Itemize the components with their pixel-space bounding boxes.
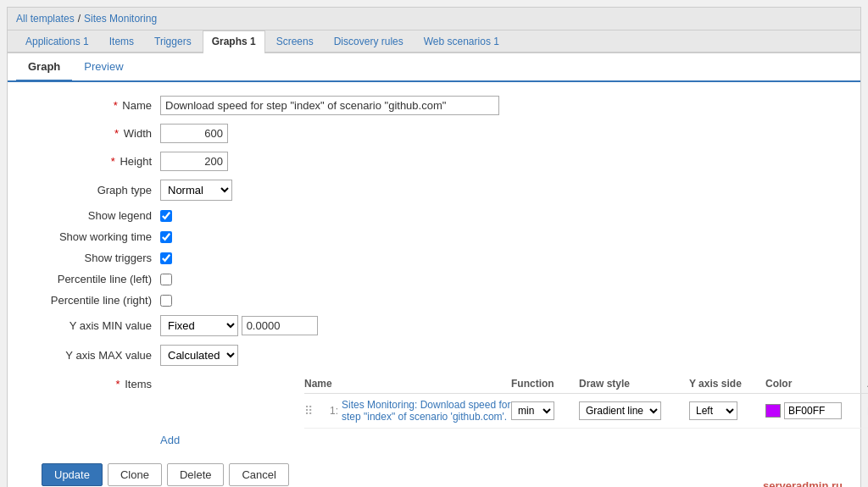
- y-axis-side-select[interactable]: Left Right: [689, 401, 737, 420]
- breadcrumb-sites-monitoring[interactable]: Sites Monitoring: [84, 13, 157, 25]
- item-color: [765, 402, 867, 419]
- top-nav-tab-applications[interactable]: Applications 1: [16, 30, 98, 52]
- breadcrumb-all-templates[interactable]: All templates: [16, 13, 75, 25]
- top-nav-tab-web-scenarios[interactable]: Web scenarios 1: [415, 30, 509, 52]
- items-content: Name Function Draw style Y axis side Col…: [160, 374, 868, 446]
- breadcrumb-separator: /: [78, 13, 81, 25]
- y-axis-max-type-select[interactable]: Calculated Fixed Item: [160, 345, 238, 366]
- width-label: * Width: [25, 127, 160, 140]
- percentile-left-label: Percentile line (left): [25, 273, 160, 285]
- form-row-width: * Width: [25, 124, 843, 143]
- row-number: 1:: [318, 405, 338, 417]
- main-card: All templates / Sites Monitoring Applica…: [7, 7, 861, 487]
- show-working-time-label: Show working time: [25, 230, 160, 243]
- y-axis-min-value-input[interactable]: [242, 316, 318, 335]
- show-legend-label: Show legend: [25, 209, 160, 222]
- form-content: * Name * Width * Height: [8, 82, 860, 487]
- form-row-y-axis-max: Y axis MAX value Calculated Fixed Item: [25, 345, 843, 366]
- items-label: * Items: [25, 374, 160, 390]
- add-item-link[interactable]: Add: [160, 434, 868, 446]
- function-select[interactable]: min avg max all last: [511, 401, 554, 420]
- percentile-right-label: Percentile line (right): [25, 294, 160, 307]
- item-y-axis-side: Left Right: [689, 401, 765, 420]
- height-label: * Height: [25, 155, 160, 168]
- name-label: * Name: [25, 99, 160, 112]
- form-row-name: * Name: [25, 96, 843, 115]
- form-row-percentile-right: Percentile line (right): [25, 294, 843, 307]
- y-axis-min-type-select[interactable]: Calculated Fixed Item: [160, 315, 238, 336]
- page-wrapper: All templates / Sites Monitoring Applica…: [0, 0, 868, 487]
- graph-type-label: Graph type: [25, 184, 160, 196]
- top-nav-tab-discovery-rules[interactable]: Discovery rules: [325, 30, 413, 52]
- items-table-header: Name Function Draw style Y axis side Col…: [304, 374, 868, 394]
- y-axis-min-label: Y axis MIN value: [25, 319, 160, 332]
- item-name: Sites Monitoring: Download speed for ste…: [342, 399, 511, 423]
- form-row-graph-type: Graph type Normal Stacked Pie Exploded: [25, 180, 843, 201]
- height-input[interactable]: [160, 152, 228, 171]
- top-nav-tab-triggers[interactable]: Triggers: [145, 30, 201, 52]
- top-nav: Applications 1 Items Triggers Graphs 1 S…: [8, 30, 860, 53]
- graph-type-select[interactable]: Normal Stacked Pie Exploded: [160, 180, 232, 201]
- form-row-show-working-time: Show working time: [25, 230, 843, 243]
- col-header-color: Color: [765, 378, 867, 390]
- drag-handle-icon[interactable]: ⠿: [304, 404, 313, 418]
- table-row: ⠿ 1: Sites Monitoring: Download speed fo…: [304, 394, 868, 429]
- color-value-input[interactable]: [784, 402, 842, 419]
- draw-style-select[interactable]: Line Filled region Bold line Dot Dashed …: [579, 401, 661, 420]
- breadcrumb-bar: All templates / Sites Monitoring: [8, 8, 860, 30]
- form-row-height: * Height: [25, 152, 843, 171]
- top-nav-tab-graphs[interactable]: Graphs 1: [203, 30, 265, 53]
- form-row-items: * Items Name Function Draw style Y axis …: [25, 374, 843, 446]
- show-triggers-label: Show triggers: [25, 252, 160, 264]
- top-nav-tab-screens[interactable]: Screens: [267, 30, 323, 52]
- clone-button[interactable]: Clone: [108, 463, 162, 486]
- tab-bar: Graph Preview: [8, 53, 860, 82]
- btn-row: Update Clone Delete Cancel: [42, 463, 843, 486]
- delete-button[interactable]: Delete: [167, 463, 225, 486]
- show-working-time-checkbox[interactable]: [160, 231, 172, 243]
- col-header-function: Function: [511, 378, 579, 390]
- col-header-y-axis-side: Y axis side: [689, 378, 765, 390]
- tab-preview[interactable]: Preview: [72, 53, 135, 82]
- show-triggers-checkbox[interactable]: [160, 252, 172, 264]
- tab-graph[interactable]: Graph: [16, 53, 72, 82]
- item-function: min avg max all last: [511, 401, 579, 420]
- percentile-right-checkbox[interactable]: [160, 295, 172, 307]
- col-header-name: Name: [304, 378, 511, 390]
- top-nav-tab-items[interactable]: Items: [100, 30, 143, 52]
- cancel-button[interactable]: Cancel: [229, 463, 288, 486]
- width-input[interactable]: [160, 124, 228, 143]
- update-button[interactable]: Update: [42, 463, 103, 486]
- color-swatch[interactable]: [765, 404, 781, 418]
- item-draw-style: Line Filled region Bold line Dot Dashed …: [579, 401, 689, 420]
- col-header-draw-style: Draw style: [579, 378, 689, 390]
- name-input[interactable]: [160, 96, 499, 115]
- item-name-link[interactable]: Sites Monitoring: Download speed for ste…: [342, 399, 510, 423]
- form-row-y-axis-min: Y axis MIN value Calculated Fixed Item: [25, 315, 843, 336]
- form-row-show-triggers: Show triggers: [25, 252, 843, 264]
- required-star: *: [114, 99, 118, 112]
- percentile-left-checkbox[interactable]: [160, 274, 172, 285]
- show-legend-checkbox[interactable]: [160, 210, 172, 222]
- form-row-percentile-left: Percentile line (left): [25, 273, 843, 285]
- y-axis-max-label: Y axis MAX value: [25, 349, 160, 362]
- form-row-show-legend: Show legend: [25, 209, 843, 222]
